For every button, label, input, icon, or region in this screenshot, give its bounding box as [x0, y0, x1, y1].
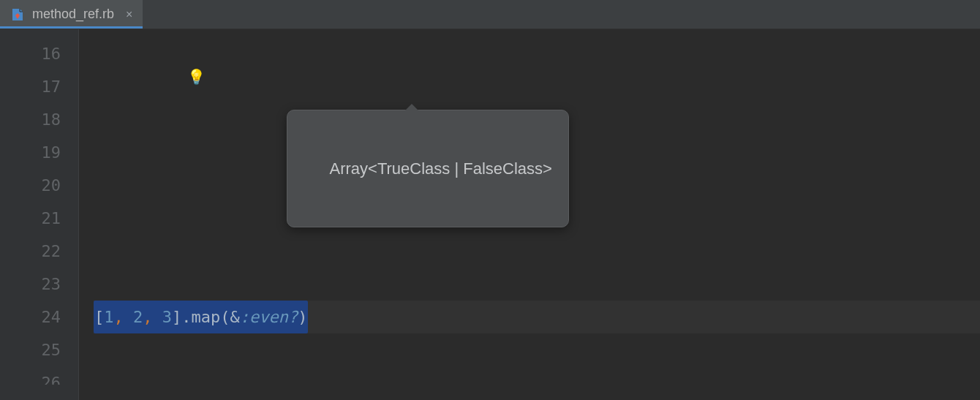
line-number-gutter: 15 16 17 18 19 20 21 22 23 24 25 26	[0, 29, 79, 400]
line-number: 25	[0, 333, 61, 366]
tooltip-text: Array<TrueClass | FalseClass>	[329, 159, 551, 178]
line-number: 18	[0, 103, 61, 136]
selection[interactable]: [1, 2, 3].map(&:even?)	[94, 301, 308, 333]
code-pane[interactable]: [1, 2, 3].map(&:even?) [2, 3, 9] %w[two …	[79, 29, 980, 400]
expression-type-tooltip: Array<TrueClass | FalseClass>	[287, 110, 569, 227]
line-number: 20	[0, 169, 61, 202]
tab-filename: method_ref.rb	[32, 7, 114, 22]
editor-area: 15 16 17 18 19 20 21 22 23 24 25 26 [1, …	[0, 29, 980, 400]
line-number: 21	[0, 202, 61, 235]
line-number: 19	[0, 136, 61, 169]
line-number: 24	[0, 301, 61, 333]
line-number: 16	[0, 37, 61, 70]
intention-bulb-icon[interactable]: 💡	[187, 69, 206, 84]
code-line-16[interactable]: [1, 2, 3].map(&:even?)	[94, 301, 980, 333]
close-icon[interactable]: ×	[126, 8, 132, 21]
tab-bar: method_ref.rb ×	[0, 0, 980, 29]
line-number: 22	[0, 235, 61, 268]
line-number: 26	[0, 366, 61, 385]
line-number: 17	[0, 70, 61, 103]
ruby-file-icon	[10, 7, 25, 22]
line-number: 15	[42, 20, 61, 22]
line-number: 23	[0, 268, 61, 301]
